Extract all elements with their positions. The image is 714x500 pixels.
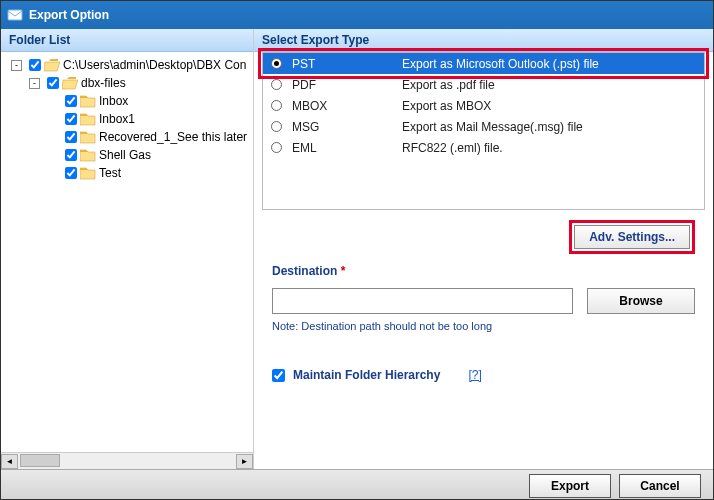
export-desc: Export as MBOX (402, 99, 491, 113)
horizontal-scrollbar[interactable]: ◄ ► (1, 452, 253, 469)
maintain-hierarchy-checkbox[interactable] (272, 369, 285, 382)
browse-button[interactable]: Browse (587, 288, 695, 314)
maintain-hierarchy-row: Maintain Folder Hierarchy [?] (254, 338, 713, 382)
destination-input[interactable] (272, 288, 573, 314)
destination-label: Destination * (272, 264, 345, 278)
export-type-row[interactable]: MSGExport as Mail Message(.msg) file (263, 116, 704, 137)
export-type-row[interactable]: EMLRFC822 (.eml) file. (263, 137, 704, 158)
export-type-row[interactable]: PSTExport as Microsoft Outlook (.pst) fi… (263, 53, 704, 74)
tree-label: C:\Users\admin\Desktop\DBX Con (63, 58, 246, 72)
export-code: PST (292, 57, 402, 71)
export-radio[interactable] (271, 79, 282, 90)
adv-settings-area: Adv. Settings... (254, 210, 713, 258)
tree-label: dbx-files (81, 76, 126, 90)
right-panel: Select Export Type PSTExport as Microsof… (254, 29, 713, 469)
export-radio[interactable] (271, 142, 282, 153)
export-desc: RFC822 (.eml) file. (402, 141, 503, 155)
folder-open-icon (44, 59, 60, 72)
export-desc: Export as Microsoft Outlook (.pst) file (402, 57, 599, 71)
folder-closed-icon (80, 95, 96, 108)
tree-checkbox[interactable] (65, 131, 77, 143)
tree-row[interactable]: -dbx-files (1, 74, 253, 92)
export-radio[interactable] (271, 121, 282, 132)
adv-settings-button[interactable]: Adv. Settings... (574, 225, 690, 249)
tree-label: Inbox (99, 94, 128, 108)
tree-label: Recovered_1_See this later (99, 130, 247, 144)
export-desc: Export as Mail Message(.msg) file (402, 120, 583, 134)
scroll-thumb[interactable] (20, 454, 60, 467)
title-bar: Export Option (1, 1, 713, 29)
export-type-row[interactable]: PDFExport as .pdf file (263, 74, 704, 95)
footer: Export Cancel (1, 469, 713, 500)
window-title: Export Option (29, 8, 109, 22)
tree-toggle-icon[interactable]: - (11, 60, 22, 71)
scroll-right-button[interactable]: ► (236, 454, 253, 469)
tree-label: Inbox1 (99, 112, 135, 126)
maintain-hierarchy-label: Maintain Folder Hierarchy (293, 368, 440, 382)
scroll-left-button[interactable]: ◄ (1, 454, 18, 469)
cancel-button[interactable]: Cancel (619, 474, 701, 498)
export-type-row[interactable]: MBOXExport as MBOX (263, 95, 704, 116)
export-code: MSG (292, 120, 402, 134)
folder-closed-icon (80, 131, 96, 144)
export-button[interactable]: Export (529, 474, 611, 498)
export-desc: Export as .pdf file (402, 78, 495, 92)
folder-tree[interactable]: -C:\Users\admin\Desktop\DBX Con-dbx-file… (1, 52, 253, 452)
tree-row[interactable]: Inbox1 (1, 110, 253, 128)
folder-closed-icon (80, 113, 96, 126)
folder-closed-icon (80, 167, 96, 180)
left-panel: Folder List -C:\Users\admin\Desktop\DBX … (1, 29, 254, 469)
main-area: Folder List -C:\Users\admin\Desktop\DBX … (1, 29, 713, 469)
export-code: EML (292, 141, 402, 155)
export-code: MBOX (292, 99, 402, 113)
export-type-header: Select Export Type (254, 29, 713, 52)
export-code: PDF (292, 78, 402, 92)
tree-checkbox[interactable] (47, 77, 59, 89)
tree-toggle-icon[interactable]: - (29, 78, 40, 89)
tree-row[interactable]: Inbox (1, 92, 253, 110)
tree-row[interactable]: Recovered_1_See this later (1, 128, 253, 146)
tree-checkbox[interactable] (65, 167, 77, 179)
export-type-list: PSTExport as Microsoft Outlook (.pst) fi… (262, 52, 705, 210)
help-link[interactable]: [?] (468, 368, 481, 382)
export-radio[interactable] (271, 100, 282, 111)
folder-open-icon (62, 77, 78, 90)
destination-note: Note: Destination path should not be too… (272, 320, 695, 332)
export-radio[interactable] (271, 58, 282, 69)
tree-row[interactable]: -C:\Users\admin\Desktop\DBX Con (1, 56, 253, 74)
tree-checkbox[interactable] (65, 95, 77, 107)
folder-closed-icon (80, 149, 96, 162)
destination-section: Destination * Browse Note: Destination p… (254, 258, 713, 338)
tree-label: Shell Gas (99, 148, 151, 162)
tree-label: Test (99, 166, 121, 180)
tree-row[interactable]: Shell Gas (1, 146, 253, 164)
folder-list-header: Folder List (1, 29, 253, 52)
tree-checkbox[interactable] (65, 149, 77, 161)
svg-rect-0 (8, 10, 22, 20)
tree-checkbox[interactable] (29, 59, 41, 71)
tree-checkbox[interactable] (65, 113, 77, 125)
adv-settings-highlight: Adv. Settings... (569, 220, 695, 254)
tree-row[interactable]: Test (1, 164, 253, 182)
app-icon (7, 7, 23, 23)
